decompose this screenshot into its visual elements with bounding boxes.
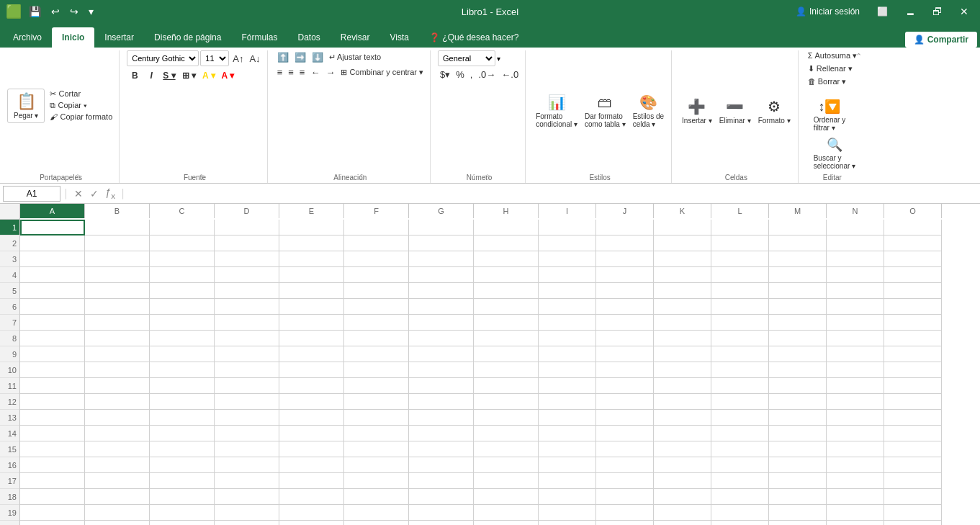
cell-F6[interactable] bbox=[344, 299, 409, 315]
cell-D19[interactable] bbox=[215, 505, 279, 521]
cell-O3[interactable] bbox=[884, 251, 942, 267]
cell-J7[interactable] bbox=[596, 315, 654, 331]
cell-A4[interactable] bbox=[20, 267, 85, 283]
row-num-11[interactable]: 11 bbox=[0, 378, 19, 394]
cell-H4[interactable] bbox=[474, 267, 539, 283]
cell-F17[interactable] bbox=[344, 473, 409, 489]
cell-E5[interactable] bbox=[279, 283, 344, 299]
col-header-J[interactable]: J bbox=[596, 204, 654, 218]
minimize-button[interactable]: 🗕 bbox=[899, 3, 921, 20]
cell-N2[interactable] bbox=[827, 235, 884, 251]
cell-G15[interactable] bbox=[409, 441, 474, 457]
cell-L8[interactable] bbox=[711, 331, 769, 346]
cell-D10[interactable] bbox=[215, 362, 279, 378]
bold-button[interactable]: B bbox=[127, 69, 143, 82]
cell-C10[interactable] bbox=[150, 362, 215, 378]
qat-undo[interactable]: ↩ bbox=[48, 4, 63, 19]
cell-F14[interactable] bbox=[344, 426, 409, 441]
cell-A20[interactable] bbox=[20, 521, 85, 525]
cell-N8[interactable] bbox=[827, 331, 884, 346]
tab-archivo[interactable]: Archivo bbox=[3, 27, 52, 48]
cell-B8[interactable] bbox=[85, 331, 150, 346]
cell-C16[interactable] bbox=[150, 457, 215, 473]
cell-F4[interactable] bbox=[344, 267, 409, 283]
cell-O16[interactable] bbox=[884, 457, 942, 473]
cell-F5[interactable] bbox=[344, 283, 409, 299]
cell-J15[interactable] bbox=[596, 441, 654, 457]
row-num-20[interactable]: 20 bbox=[0, 521, 19, 525]
cell-C20[interactable] bbox=[150, 521, 215, 525]
cell-A17[interactable] bbox=[20, 473, 85, 489]
cell-O7[interactable] bbox=[884, 315, 942, 331]
formula-insert-function-button[interactable]: ƒx bbox=[104, 187, 118, 200]
cell-C7[interactable] bbox=[150, 315, 215, 331]
cell-C14[interactable] bbox=[150, 426, 215, 441]
cell-F10[interactable] bbox=[344, 362, 409, 378]
cell-J1[interactable] bbox=[596, 220, 654, 235]
cell-B11[interactable] bbox=[85, 378, 150, 394]
cell-I14[interactable] bbox=[539, 426, 596, 441]
cell-I15[interactable] bbox=[539, 441, 596, 457]
cell-E17[interactable] bbox=[279, 473, 344, 489]
cell-F16[interactable] bbox=[344, 457, 409, 473]
cell-D12[interactable] bbox=[215, 394, 279, 410]
cell-G12[interactable] bbox=[409, 394, 474, 410]
cell-H10[interactable] bbox=[474, 362, 539, 378]
cell-L20[interactable] bbox=[711, 521, 769, 525]
cell-N10[interactable] bbox=[827, 362, 884, 378]
cell-O15[interactable] bbox=[884, 441, 942, 457]
cell-E6[interactable] bbox=[279, 299, 344, 315]
cell-K4[interactable] bbox=[654, 267, 711, 283]
cell-I8[interactable] bbox=[539, 331, 596, 346]
tab-disenio-pagina[interactable]: Diseño de página bbox=[144, 27, 231, 48]
cell-C18[interactable] bbox=[150, 489, 215, 505]
cell-H2[interactable] bbox=[474, 235, 539, 251]
cell-H18[interactable] bbox=[474, 489, 539, 505]
row-num-8[interactable]: 8 bbox=[0, 331, 19, 346]
cell-M1[interactable] bbox=[769, 220, 827, 235]
row-num-14[interactable]: 14 bbox=[0, 426, 19, 441]
corner-cell[interactable] bbox=[0, 204, 20, 220]
cell-M10[interactable] bbox=[769, 362, 827, 378]
cell-C12[interactable] bbox=[150, 394, 215, 410]
cell-J13[interactable] bbox=[596, 410, 654, 426]
cell-I17[interactable] bbox=[539, 473, 596, 489]
col-header-A[interactable]: A bbox=[20, 204, 85, 218]
cell-C3[interactable] bbox=[150, 251, 215, 267]
cell-H19[interactable] bbox=[474, 505, 539, 521]
font-increase-button[interactable]: A↑ bbox=[230, 52, 246, 66]
cell-G5[interactable] bbox=[409, 283, 474, 299]
cell-G19[interactable] bbox=[409, 505, 474, 521]
number-expand-arrow[interactable]: ▾ bbox=[497, 55, 500, 63]
cell-K11[interactable] bbox=[654, 378, 711, 394]
cell-N6[interactable] bbox=[827, 299, 884, 315]
border-button[interactable]: ⊞ ▾ bbox=[179, 69, 199, 82]
fill-color-button[interactable]: A ▾ bbox=[199, 69, 218, 82]
cell-L6[interactable] bbox=[711, 299, 769, 315]
cell-L4[interactable] bbox=[711, 267, 769, 283]
cell-N12[interactable] bbox=[827, 394, 884, 410]
tab-revisar[interactable]: Revisar bbox=[331, 27, 380, 48]
cell-K3[interactable] bbox=[654, 251, 711, 267]
col-header-B[interactable]: B bbox=[85, 204, 150, 218]
cell-L17[interactable] bbox=[711, 473, 769, 489]
cell-L11[interactable] bbox=[711, 378, 769, 394]
row-num-3[interactable]: 3 bbox=[0, 251, 19, 267]
cell-I18[interactable] bbox=[539, 489, 596, 505]
cell-C1[interactable] bbox=[150, 220, 215, 235]
cell-E19[interactable] bbox=[279, 505, 344, 521]
cell-C11[interactable] bbox=[150, 378, 215, 394]
cell-H20[interactable] bbox=[474, 521, 539, 525]
close-button[interactable]: ✕ bbox=[954, 3, 974, 20]
cell-E2[interactable] bbox=[279, 235, 344, 251]
cell-K14[interactable] bbox=[654, 426, 711, 441]
cell-A19[interactable] bbox=[20, 505, 85, 521]
cell-D18[interactable] bbox=[215, 489, 279, 505]
cell-D8[interactable] bbox=[215, 331, 279, 346]
cell-B4[interactable] bbox=[85, 267, 150, 283]
cell-M19[interactable] bbox=[769, 505, 827, 521]
cell-H14[interactable] bbox=[474, 426, 539, 441]
cell-L7[interactable] bbox=[711, 315, 769, 331]
cell-A15[interactable] bbox=[20, 441, 85, 457]
cell-M18[interactable] bbox=[769, 489, 827, 505]
